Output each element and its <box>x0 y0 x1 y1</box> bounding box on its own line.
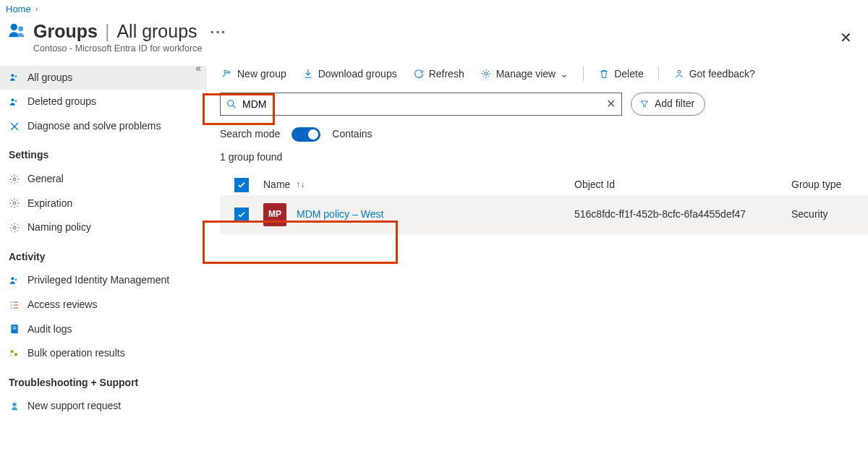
toolbar-label: Delete <box>614 67 643 82</box>
groups-icon <box>9 96 20 108</box>
svg-point-0 <box>11 24 17 30</box>
sidebar-item-diagnose[interactable]: Diagnose and solve problems <box>0 114 207 139</box>
more-actions-icon[interactable]: ··· <box>210 22 227 42</box>
sidebar-item-access-reviews[interactable]: Access reviews <box>0 293 207 317</box>
breadcrumb-home[interactable]: Home <box>6 3 31 16</box>
list-check-icon <box>9 299 20 311</box>
trash-icon <box>598 68 610 80</box>
search-input[interactable] <box>242 98 600 110</box>
collapse-sidebar-icon[interactable]: « <box>195 61 201 76</box>
groups-table: Name ↑↓ Object Id Group type MP MDM poli… <box>220 175 868 234</box>
groups-icon <box>6 19 29 42</box>
filter-row: ✕ Add filter <box>220 90 868 121</box>
cell-name: MP MDM policy – West <box>263 203 574 226</box>
search-box[interactable]: ✕ <box>220 93 622 116</box>
sidebar-item-general[interactable]: General <box>0 167 207 192</box>
svg-point-9 <box>11 278 14 281</box>
sidebar-item-label: Bulk operation results <box>27 346 125 361</box>
page-title: Groups | All groups ··· <box>33 19 835 44</box>
toolbar-label: New group <box>237 67 286 82</box>
gear-icon <box>9 222 20 234</box>
refresh-button[interactable]: Refresh <box>412 66 466 83</box>
svg-point-20 <box>228 100 234 106</box>
svg-point-3 <box>15 76 17 78</box>
download-groups-button[interactable]: Download groups <box>301 66 399 83</box>
col-group-type[interactable]: Group type <box>791 178 868 192</box>
toolbar-separator <box>583 67 584 81</box>
cell-object-id: 516c8fdc-ff1f-452b-8cfc-6fa4455def47 <box>574 207 791 222</box>
new-group-button[interactable]: New group <box>220 66 288 83</box>
page-subtitle: Contoso - Microsoft Entra ID for workfor… <box>33 43 835 56</box>
group-avatar: MP <box>263 203 286 226</box>
clear-search-icon[interactable]: ✕ <box>600 96 621 112</box>
cell-group-type: Security <box>791 207 868 222</box>
sidebar-item-audit-logs[interactable]: Audit logs <box>0 317 207 342</box>
col-label: Name <box>263 178 290 192</box>
svg-point-10 <box>15 278 17 281</box>
sidebar-item-label: Naming policy <box>27 221 91 235</box>
sidebar-item-deleted-groups[interactable]: Deleted groups <box>0 90 207 114</box>
svg-point-16 <box>12 403 16 406</box>
title-main: Groups <box>33 19 98 44</box>
support-icon <box>9 401 20 412</box>
sort-icon: ↑↓ <box>296 179 305 191</box>
diagnose-icon <box>9 121 20 132</box>
sidebar-item-new-support[interactable]: New support request <box>0 394 207 419</box>
feedback-icon <box>673 68 685 80</box>
add-filter-button[interactable]: Add filter <box>631 93 705 116</box>
sidebar-section-settings: Settings <box>0 138 207 167</box>
search-mode-toggle[interactable] <box>292 127 320 142</box>
svg-point-5 <box>15 100 17 102</box>
breadcrumb: Home › <box>0 0 868 17</box>
add-group-icon <box>221 68 233 80</box>
group-link[interactable]: MDM policy – West <box>297 207 383 222</box>
toolbar-separator <box>658 67 659 81</box>
download-icon <box>302 68 314 80</box>
sidebar-item-label: Expiration <box>27 197 72 211</box>
groups-icon <box>9 275 20 286</box>
svg-point-8 <box>13 226 16 229</box>
search-mode-label: Search mode <box>220 127 280 142</box>
sidebar-item-naming-policy[interactable]: Naming policy <box>0 215 207 240</box>
col-name[interactable]: Name ↑↓ <box>263 178 574 192</box>
sidebar-section-support: Troubleshooting + Support <box>0 366 207 395</box>
delete-button[interactable]: Delete <box>597 66 644 83</box>
sidebar-item-expiration[interactable]: Expiration <box>0 192 207 216</box>
sidebar-section-activity: Activity <box>0 240 207 269</box>
toolbar-label: Manage view <box>496 67 556 82</box>
log-icon <box>9 323 20 335</box>
sidebar-item-label: New support request <box>27 399 121 414</box>
sidebar-item-all-groups[interactable]: All groups <box>0 66 207 90</box>
search-icon <box>221 98 242 110</box>
sidebar-item-pim[interactable]: Privileged Identity Management <box>0 268 207 293</box>
sidebar-item-bulk-results[interactable]: Bulk operation results <box>0 341 207 366</box>
sidebar-item-label: Access reviews <box>27 298 97 312</box>
toolbar: New group Download groups Refresh Manage… <box>220 63 868 90</box>
manage-view-button[interactable]: Manage view ⌄ <box>479 66 571 83</box>
svg-point-19 <box>678 71 681 74</box>
page-header: Groups | All groups ··· Contoso - Micros… <box>0 17 868 59</box>
feedback-button[interactable]: Got feedback? <box>672 66 757 83</box>
title-separator: | <box>105 19 110 44</box>
title-suffix: All groups <box>116 19 197 44</box>
table-row[interactable]: MP MDM policy – West 516c8fdc-ff1f-452b-… <box>220 195 868 234</box>
gear-icon <box>480 68 492 80</box>
svg-point-4 <box>11 98 14 101</box>
bulk-icon <box>9 348 20 359</box>
sidebar-item-label: Deleted groups <box>27 95 96 109</box>
filter-icon <box>639 98 650 110</box>
svg-point-14 <box>11 350 14 353</box>
toolbar-label: Got feedback? <box>689 67 755 82</box>
col-object-id[interactable]: Object Id <box>574 178 791 192</box>
main-content: New group Download groups Refresh Manage… <box>207 59 868 419</box>
gear-icon <box>9 197 20 209</box>
svg-point-18 <box>485 72 488 75</box>
refresh-icon <box>413 68 425 80</box>
search-mode-row: Search mode Contains <box>220 121 868 146</box>
close-icon[interactable]: ✕ <box>835 25 856 51</box>
row-checkbox[interactable] <box>234 207 249 222</box>
svg-rect-12 <box>12 327 16 328</box>
select-all-checkbox[interactable] <box>234 178 249 192</box>
search-mode-value: Contains <box>332 127 372 142</box>
toolbar-label: Download groups <box>318 67 397 82</box>
